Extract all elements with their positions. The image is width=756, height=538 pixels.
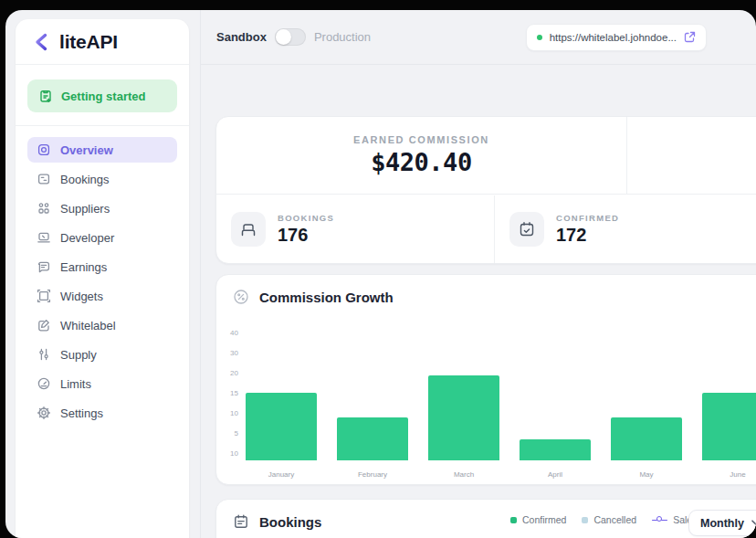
bookings-card: Bookings Confirmed Cancelled Sales xyxy=(215,499,756,538)
bar-may xyxy=(611,417,682,460)
earned-commission-value: $420.40 xyxy=(371,148,471,176)
whitelabel-url-text: https://whitelabel.johndoe... xyxy=(550,32,677,43)
sidebar-item-bookings[interactable]: Bookings xyxy=(27,166,177,192)
x-tick-label: March xyxy=(428,470,499,479)
bookings-stat-label: BOOKINGS xyxy=(278,213,334,223)
developer-icon xyxy=(37,230,51,245)
stats-card: EARNED COMMISSION $420.40 BOOKINGS xyxy=(215,116,756,264)
bar-january xyxy=(246,393,317,460)
chart-y-axis: 4030201510510 xyxy=(224,317,238,463)
sidebar-content-divider xyxy=(200,10,201,538)
sidebar-item-label: Settings xyxy=(60,406,103,420)
sidebar-item-suppliers[interactable]: Suppliers xyxy=(27,195,177,221)
confirmed-legend-marker xyxy=(510,517,517,523)
sidebar: liteAPI Getting started xyxy=(16,19,189,538)
chart-plot: JanuaryFebruaryMarchAprilMayJune xyxy=(240,317,756,460)
x-tick-label: June xyxy=(702,470,756,479)
stats-top-row: EARNED COMMISSION $420.40 xyxy=(216,117,756,195)
stats-bottom-row: BOOKINGS 176 CONFIRMED 172 xyxy=(216,195,756,263)
sidebar-item-settings[interactable]: Settings xyxy=(27,400,177,426)
sidebar-item-label: Supply xyxy=(60,348,97,362)
sidebar-item-overview[interactable]: Overview xyxy=(27,137,177,163)
period-selector[interactable]: Monthly xyxy=(688,510,756,536)
sidebar-item-earnings[interactable]: Earnings xyxy=(27,254,177,280)
sidebar-item-label: Widgets xyxy=(60,290,103,303)
confirmed-stat-cell: CONFIRMED 172 xyxy=(495,195,756,263)
confirmed-stat-label: CONFIRMED xyxy=(556,213,619,223)
sidebar-item-label: Whitelabel xyxy=(60,319,116,332)
y-tick-label: 40 xyxy=(224,329,238,338)
y-tick-label: 20 xyxy=(224,369,238,378)
supply-icon xyxy=(37,347,51,362)
overview-icon xyxy=(37,142,51,157)
sidebar-item-widgets[interactable]: Widgets xyxy=(27,283,177,309)
sidebar-item-label: Overview xyxy=(60,143,113,157)
sidebar-item-label: Earnings xyxy=(60,260,107,274)
commission-chart: 4030201510510 JanuaryFebruaryMarchAprilM… xyxy=(216,317,756,484)
sidebar-item-developer[interactable]: Developer xyxy=(27,225,177,250)
external-link-icon[interactable] xyxy=(684,31,696,43)
x-tick-label: February xyxy=(337,470,408,479)
production-label: Production xyxy=(314,30,371,44)
brand-logo[interactable]: liteAPI xyxy=(16,19,189,65)
sidebar-item-limits[interactable]: Limits xyxy=(27,371,177,396)
earned-commission-cell: EARNED COMMISSION $420.40 xyxy=(216,117,627,194)
screenshot-stage: liteAPI Getting started xyxy=(0,0,756,538)
y-tick-label: 5 xyxy=(224,429,238,438)
bookings-title: Bookings xyxy=(259,514,321,530)
clipboard-plus-icon xyxy=(38,89,53,103)
getting-started-section: Getting started xyxy=(16,65,189,126)
percent-circle-icon xyxy=(233,289,249,305)
bookings-stat-cell: BOOKINGS 176 xyxy=(216,195,495,263)
chevron-down-icon xyxy=(751,520,756,526)
y-tick-label: 15 xyxy=(224,389,238,398)
sidebar-item-supply[interactable]: Supply xyxy=(27,342,177,367)
legend-item-confirmed: Confirmed xyxy=(510,514,566,525)
cancelled-legend-marker xyxy=(582,517,588,523)
brand-chevron-icon xyxy=(32,32,52,52)
confirmed-stat-value: 172 xyxy=(556,225,619,246)
topbar: Sandbox Production https://whitelabel.jo… xyxy=(201,10,756,65)
sidebar-item-label: Limits xyxy=(60,377,91,391)
legend-item-cancelled: Cancelled xyxy=(582,514,636,525)
sidebar-item-label: Developer xyxy=(60,231,114,245)
y-tick-label: 10 xyxy=(224,449,238,459)
sidebar-item-label: Suppliers xyxy=(60,202,110,216)
app-window: liteAPI Getting started xyxy=(5,10,756,538)
calendar-check-icon xyxy=(509,212,544,247)
calendar-icon xyxy=(233,513,249,530)
x-tick-label: January xyxy=(246,470,317,479)
getting-started-button[interactable]: Getting started xyxy=(27,79,177,112)
sidebar-nav: Overview Bookings Supplie xyxy=(16,126,189,440)
y-tick-label: 30 xyxy=(224,349,238,358)
brand-name: liteAPI xyxy=(59,31,118,53)
bookings-legend: Confirmed Cancelled Sales xyxy=(510,514,697,525)
commission-growth-title: Commission Growth xyxy=(259,290,394,305)
whitelabel-icon xyxy=(37,318,51,332)
bar-april xyxy=(520,439,591,460)
limits-icon xyxy=(37,376,51,391)
bookings-stat-value: 176 xyxy=(278,225,334,246)
sidebar-item-whitelabel[interactable]: Whitelabel xyxy=(27,312,177,338)
commission-growth-header: Commission Growth xyxy=(216,275,756,305)
sidebar-item-label: Bookings xyxy=(60,173,109,186)
whitelabel-url-pill[interactable]: https://whitelabel.johndoe... xyxy=(526,24,707,51)
environment-toggle[interactable] xyxy=(275,28,306,46)
period-selector-value: Monthly xyxy=(700,517,744,530)
widgets-icon xyxy=(37,289,51,303)
confirmed-legend-label: Confirmed xyxy=(522,514,566,525)
bar-june xyxy=(702,393,756,460)
bookings-icon xyxy=(37,172,51,186)
commission-growth-card: Commission Growth 4030201510510 JanuaryF… xyxy=(215,274,756,485)
x-tick-label: May xyxy=(611,470,682,479)
getting-started-label: Getting started xyxy=(61,90,145,103)
sales-legend-marker xyxy=(652,516,667,523)
bar-march xyxy=(428,375,499,460)
settings-icon xyxy=(37,406,51,420)
earned-commission-label: EARNED COMMISSION xyxy=(353,134,489,145)
toggle-knob xyxy=(276,29,291,45)
y-tick-label: 10 xyxy=(224,409,238,418)
cancelled-legend-label: Cancelled xyxy=(593,514,636,525)
earnings-icon xyxy=(37,259,51,274)
suppliers-icon xyxy=(37,201,51,216)
